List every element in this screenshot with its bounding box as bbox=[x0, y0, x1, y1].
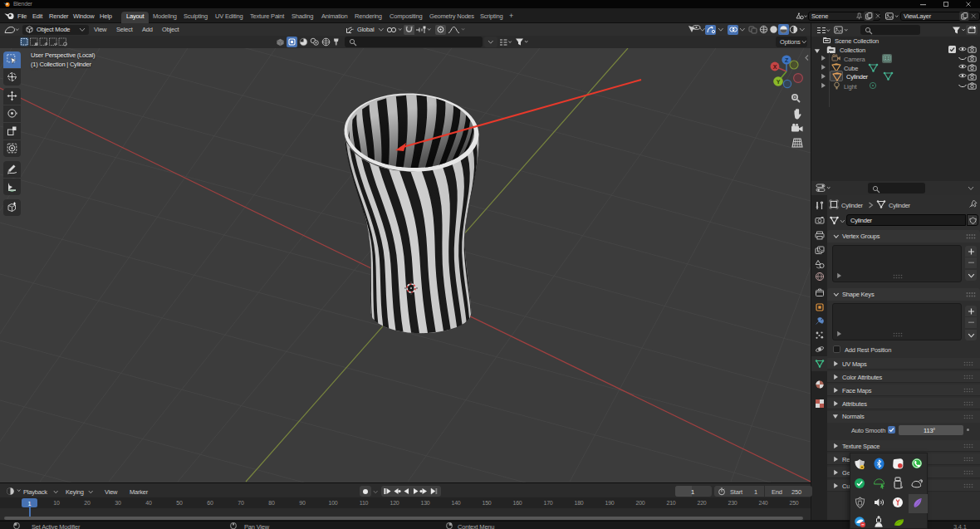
svg-text:X: X bbox=[773, 64, 777, 70]
svg-text:Y: Y bbox=[777, 79, 781, 85]
